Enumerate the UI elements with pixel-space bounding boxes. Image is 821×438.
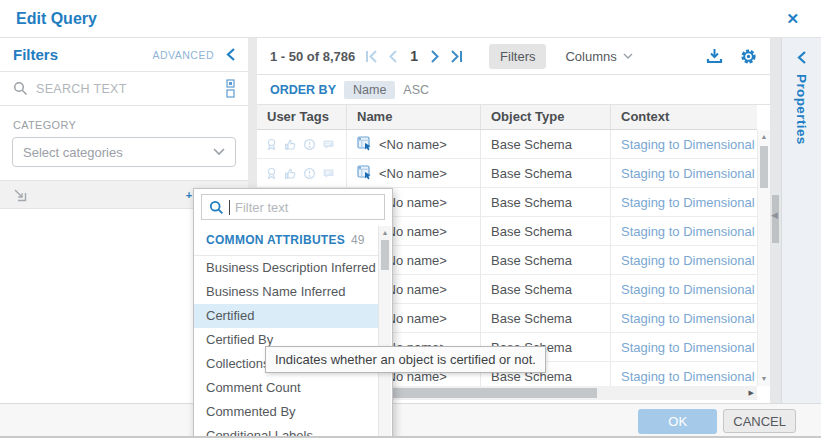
column-header[interactable]: Context — [611, 105, 757, 129]
category-select-value: Select categories — [23, 145, 123, 160]
advanced-link[interactable]: ADVANCED — [152, 49, 214, 61]
last-page-icon[interactable] — [450, 50, 464, 63]
attribute-filter-input[interactable] — [235, 200, 377, 215]
thumbs-up-icon[interactable] — [284, 138, 297, 151]
context-link[interactable]: Staging to Dimensional > Jo — [611, 333, 757, 361]
context-link[interactable]: Staging to Dimensional > Jo — [611, 130, 757, 158]
table-row[interactable]: <No name> Base Schema Staging to Dimensi… — [257, 130, 757, 159]
filters-panel-title: Filters — [13, 46, 58, 63]
award-icon[interactable] — [265, 138, 278, 151]
object-name[interactable]: <No name> — [379, 166, 447, 181]
scroll-up-icon[interactable]: ▲ — [758, 132, 770, 142]
dropdown-scroll-up-icon[interactable]: ▲ — [379, 228, 391, 238]
object-type: Base Schema — [481, 188, 611, 216]
dialog-title: Edit Query — [16, 10, 97, 28]
order-by-label: ORDER BY — [270, 83, 336, 97]
expand-properties-icon[interactable] — [797, 51, 806, 64]
collapse-filters-icon[interactable] — [12, 187, 28, 203]
user-tags-cell — [257, 130, 347, 158]
category-label: CATEGORY — [13, 119, 235, 131]
order-by-bar: ORDER BY Name ASC — [257, 75, 770, 105]
attribute-option[interactable]: Comment Count — [194, 376, 379, 400]
table-row[interactable]: <No name> Base Schema Staging to Dimensi… — [257, 159, 757, 188]
table-header-row: User TagsNameObject TypeContext — [257, 105, 757, 130]
object-type: Base Schema — [481, 246, 611, 274]
context-link[interactable]: Staging to Dimensional > Jo — [611, 159, 757, 187]
dialog-header: Edit Query ✕ — [0, 0, 821, 38]
alert-circle-icon[interactable] — [303, 138, 316, 151]
alert-circle-icon[interactable] — [303, 167, 316, 180]
object-type: Base Schema — [481, 159, 611, 187]
attribute-option[interactable]: Business Name Inferred — [194, 280, 379, 304]
ok-button[interactable]: OK — [638, 409, 717, 434]
dialog-footer: OK CANCEL — [0, 403, 821, 438]
text-cursor — [229, 200, 230, 215]
cancel-button[interactable]: CANCEL — [723, 409, 796, 433]
object-type: Base Schema — [481, 217, 611, 245]
scroll-right-icon[interactable]: ▶ — [749, 389, 754, 397]
search-text-input[interactable] — [36, 82, 218, 96]
filter-search-icon — [209, 200, 224, 215]
attribute-option[interactable]: Certified — [194, 304, 379, 328]
tooltip: Indicates whether an object is certified… — [265, 346, 546, 373]
columns-dropdown-button[interactable]: Columns — [565, 49, 632, 64]
comment-icon[interactable] — [322, 138, 335, 151]
results-toolbar: 1 - 50 of 8,786 1 Filters Columns — [257, 38, 770, 75]
group-count: 49 — [351, 233, 364, 247]
splitter-collapse-icon[interactable]: ◀ — [771, 210, 778, 220]
dropdown-scrollbar[interactable]: ▲ — [378, 226, 391, 438]
pagination-range: 1 - 50 of 8,786 — [270, 49, 355, 64]
user-tags-cell — [257, 159, 347, 187]
object-type: Base Schema — [481, 304, 611, 332]
order-by-field-chip[interactable]: Name — [344, 81, 395, 99]
object-type-icon — [357, 136, 373, 152]
dropdown-scrollbar-thumb[interactable] — [381, 240, 389, 270]
column-header[interactable]: Object Type — [481, 105, 611, 129]
group-label: COMMON ATTRIBUTES — [206, 233, 345, 247]
close-icon[interactable]: ✕ — [786, 10, 799, 28]
object-type: Base Schema — [481, 275, 611, 303]
chevron-down-icon — [213, 148, 225, 156]
award-icon[interactable] — [265, 167, 278, 180]
thumbs-up-icon[interactable] — [284, 167, 297, 180]
context-link[interactable]: Staging to Dimensional > Jo — [611, 188, 757, 216]
object-type-icon — [357, 165, 373, 181]
horizontal-scrollbar-thumb[interactable] — [357, 388, 597, 398]
comment-icon[interactable] — [322, 167, 335, 180]
properties-tab[interactable]: Properties — [794, 74, 809, 145]
vertical-scrollbar-thumb[interactable] — [760, 146, 768, 188]
order-by-direction[interactable]: ASC — [403, 83, 429, 97]
context-link[interactable]: Staging to Dimensional > Jo — [611, 275, 757, 303]
settings-gear-icon[interactable] — [740, 48, 757, 65]
properties-panel: Properties — [781, 38, 821, 403]
object-type: Base Schema — [481, 130, 611, 158]
attribute-option[interactable]: Business Description Inferred — [194, 256, 379, 280]
scroll-down-icon[interactable]: ▼ — [758, 374, 770, 384]
attribute-filter-box — [201, 194, 385, 220]
vertical-scrollbar[interactable]: ▲ ▼ — [757, 130, 770, 386]
column-header[interactable]: User Tags — [257, 105, 347, 129]
panel-splitter[interactable]: ◀ — [770, 38, 781, 403]
next-page-icon[interactable] — [430, 50, 441, 63]
current-page[interactable]: 1 — [410, 48, 418, 64]
filters-toggle-button[interactable]: Filters — [489, 44, 546, 69]
download-icon[interactable] — [706, 48, 723, 64]
attribute-option[interactable]: Conditional Labels — [194, 424, 379, 438]
context-link[interactable]: Staging to Dimensional > Jo — [611, 217, 757, 245]
category-select[interactable]: Select categories — [12, 137, 236, 167]
attribute-dropdown: COMMON ATTRIBUTES 49 Business Descriptio… — [193, 188, 393, 438]
context-link[interactable]: Staging to Dimensional > Jo — [611, 246, 757, 274]
column-header[interactable]: Name — [347, 105, 481, 129]
object-name[interactable]: <No name> — [379, 137, 447, 152]
attribute-option[interactable]: Commented By — [194, 400, 379, 424]
exact-match-icon[interactable] — [226, 79, 235, 98]
context-link[interactable]: Staging to Dimensional > Jo — [611, 304, 757, 332]
attribute-group-header: COMMON ATTRIBUTES 49 — [194, 227, 379, 256]
first-page-icon[interactable] — [364, 50, 378, 63]
previous-page-icon[interactable] — [387, 50, 398, 63]
columns-label: Columns — [565, 49, 616, 64]
search-icon — [13, 81, 28, 96]
collapse-panel-icon[interactable] — [226, 48, 235, 61]
